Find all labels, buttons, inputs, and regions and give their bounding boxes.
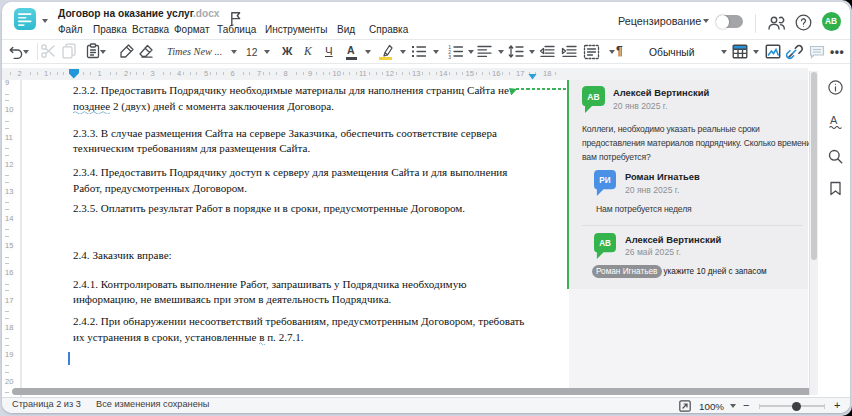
svg-text:АВ: АВ [587,92,599,102]
svg-text:АВ: АВ [599,239,611,248]
svg-text:РИ: РИ [599,176,610,185]
svg-text:3: 3 [448,54,451,60]
svg-text:A: A [830,114,838,126]
